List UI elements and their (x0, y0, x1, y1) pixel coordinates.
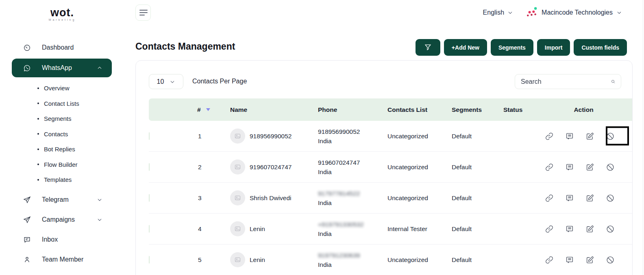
segment-value: Default (446, 164, 492, 171)
sidebar-item-team-member[interactable]: Team Member (0, 250, 124, 270)
sidebar-subitem-templates[interactable]: Templates (0, 172, 124, 188)
sidebar-item-whatsapp[interactable]: WhatsApp (12, 59, 112, 77)
link-icon[interactable] (545, 255, 554, 264)
message-icon[interactable] (565, 255, 574, 264)
edit-icon[interactable] (585, 194, 594, 203)
column-header-index[interactable]: # (179, 106, 224, 113)
sidebar-item-label: Campaigns (42, 216, 75, 223)
toolbar: +Add New Segments Import Custom fields (416, 39, 627, 56)
row-checkbox[interactable] (149, 132, 150, 140)
phone-country: India (318, 198, 381, 207)
bullet-icon (37, 148, 39, 150)
chevron-down-icon (170, 79, 175, 85)
contact-name: 918956990052 (250, 133, 292, 140)
contacts-list-value: Internal Tester (381, 225, 446, 233)
sort-descending-icon[interactable] (206, 108, 210, 111)
sidebar-subitem-segments[interactable]: Segments (0, 111, 124, 127)
row-checkbox[interactable] (149, 163, 150, 171)
edit-icon[interactable] (585, 255, 594, 264)
row-checkbox[interactable] (149, 194, 150, 202)
message-icon[interactable] (565, 163, 574, 172)
search-icon[interactable] (611, 78, 616, 85)
import-button[interactable]: Import (537, 39, 570, 56)
sidebar-item-label: Team Member (42, 256, 83, 263)
chevron-down-icon (507, 10, 513, 15)
column-header-contacts-list: Contacts List (381, 106, 446, 113)
per-page-select[interactable]: 10 (149, 74, 183, 89)
block-icon[interactable] (606, 194, 615, 203)
contacts-card: 10 Contacts Per Page # Name Phone Contac… (135, 60, 633, 275)
search-input[interactable] (515, 78, 611, 85)
add-new-button[interactable]: +Add New (444, 39, 487, 56)
edit-icon[interactable] (585, 163, 594, 172)
column-header-name: Name (224, 106, 312, 113)
block-icon[interactable] (606, 132, 615, 141)
sidebar-item-inbox[interactable]: Inbox (0, 230, 124, 250)
image-placeholder-icon (234, 256, 241, 263)
row-index: 1 (179, 133, 224, 140)
link-icon[interactable] (545, 163, 554, 172)
sidebar-item-campaigns[interactable]: Campaigns (0, 210, 124, 230)
row-actions (535, 220, 632, 238)
link-icon[interactable] (545, 132, 554, 141)
phone-country: India (318, 229, 381, 238)
image-placeholder-icon (234, 194, 241, 201)
phone-number: 919791230639 (318, 251, 381, 260)
chevron-up-icon (97, 65, 102, 71)
block-icon[interactable] (606, 225, 615, 234)
table-header: # Name Phone Contacts List Segments Stat… (149, 98, 632, 121)
link-icon[interactable] (545, 225, 554, 234)
whatsapp-submenu: Overview Contact Lists Segments Contacts… (0, 77, 124, 190)
table-row: 1 918956990052 918956990052 India Uncate… (149, 121, 632, 152)
sidebar-subitem-contacts[interactable]: Contacts (0, 127, 124, 142)
chevron-down-icon (97, 217, 102, 223)
block-icon[interactable] (606, 255, 615, 264)
table-row: 4 Lenin +919791330532 India Internal Tes… (149, 214, 632, 244)
link-icon[interactable] (545, 194, 554, 203)
edit-icon[interactable] (585, 132, 594, 141)
sidebar-item-label: WhatsApp (42, 64, 72, 72)
sidebar-item-label: Inbox (42, 236, 58, 243)
row-index: 2 (179, 164, 224, 171)
sidebar-item-label: Telegram (42, 196, 69, 203)
message-icon[interactable] (565, 194, 574, 203)
language-label: English (483, 9, 504, 16)
language-dropdown[interactable]: English (483, 9, 513, 16)
page-title: Contacts Management (135, 41, 235, 52)
search-box (515, 74, 621, 89)
person-icon (23, 256, 31, 264)
macincode-logo-icon (526, 7, 537, 18)
phone-country: India (318, 260, 381, 269)
message-icon[interactable] (565, 132, 574, 141)
contact-name: Shrish Dwivedi (250, 194, 292, 202)
app-logo-subtext: Marketing (40, 18, 85, 21)
app-logo-text: wot. (40, 7, 85, 19)
segments-button[interactable]: Segments (491, 39, 533, 56)
sidebar-subitem-overview[interactable]: Overview (0, 81, 124, 96)
row-checkbox[interactable] (149, 225, 150, 233)
row-index: 3 (179, 194, 224, 202)
sidebar-subitem-bot-replies[interactable]: Bot Replies (0, 142, 124, 157)
edit-icon[interactable] (585, 225, 594, 234)
chevron-down-icon (97, 197, 102, 203)
sidebar-subitem-contact-lists[interactable]: Contact Lists (0, 96, 124, 111)
bullet-icon (37, 164, 39, 165)
column-header-status: Status (492, 106, 535, 113)
sidebar-item-telegram[interactable]: Telegram (0, 190, 124, 210)
sidebar-toggle-button[interactable] (135, 4, 151, 21)
contacts-list-value: Uncategorized (381, 164, 446, 171)
bullet-icon (37, 103, 39, 104)
row-actions (535, 158, 632, 176)
sidebar-subitem-flow-builder[interactable]: Flow Builder (0, 157, 124, 172)
contact-name: Lenin (250, 225, 265, 233)
block-icon[interactable] (606, 163, 615, 172)
column-header-action: Action (535, 106, 632, 113)
sidebar-item-dashboard[interactable]: Dashboard (0, 39, 124, 57)
column-header-phone: Phone (312, 106, 381, 113)
account-dropdown[interactable]: Macincode Technologies (542, 9, 622, 16)
custom-fields-button[interactable]: Custom fields (574, 39, 627, 56)
filter-button[interactable] (416, 39, 440, 56)
gauge-icon (23, 44, 31, 52)
row-checkbox[interactable] (149, 256, 150, 264)
message-icon[interactable] (565, 225, 574, 234)
